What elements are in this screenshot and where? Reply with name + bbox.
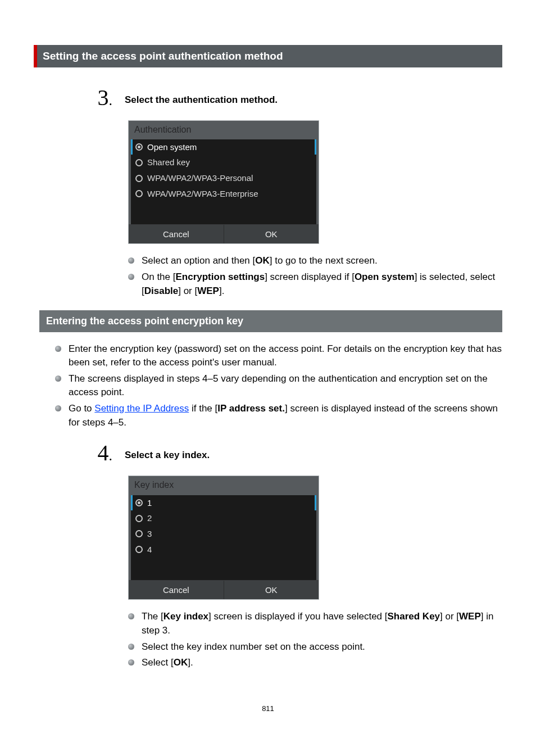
step-4: 4. Select a key index. <box>96 445 502 468</box>
authentication-screenshot: Authentication Open system Shared key WP… <box>128 120 319 245</box>
list-item: On the [Encryption settings] screen disp… <box>128 270 502 298</box>
ok-button[interactable]: OK <box>224 225 319 244</box>
step-3: 3. Select the authentication method. <box>96 90 502 112</box>
link-setting-ip-address[interactable]: Setting the IP Address <box>94 403 189 414</box>
radio-icon <box>135 530 143 537</box>
auth-option-personal[interactable]: WPA/WPA2/WPA3-Personal <box>131 170 316 186</box>
auth-option-shared[interactable]: Shared key <box>131 155 316 170</box>
list-item: Select an option and then [OK] to go to … <box>128 254 502 268</box>
option-label: Open system <box>147 141 197 153</box>
list-item: Select the key index number set on the a… <box>128 640 502 654</box>
option-label: 1 <box>147 497 152 509</box>
option-label: 3 <box>147 528 152 540</box>
step-title: Select the authentication method. <box>125 90 278 107</box>
section-heading-auth: Setting the access point authentication … <box>34 45 502 67</box>
key-index-option-3[interactable]: 3 <box>131 526 316 542</box>
radio-icon <box>135 159 143 166</box>
key-index-option-4[interactable]: 4 <box>131 542 316 558</box>
auth-option-open[interactable]: Open system <box>131 139 316 155</box>
radio-icon <box>135 546 143 553</box>
option-label: 4 <box>147 544 152 556</box>
list-item: Go to Setting the IP Address if the [IP … <box>55 402 502 429</box>
list-item: Select [OK]. <box>128 656 502 670</box>
step3-bullets: Select an option and then [OK] to go to … <box>128 254 502 298</box>
screenshot-title: Key index <box>129 476 319 495</box>
radio-icon <box>135 190 143 197</box>
ok-button[interactable]: OK <box>224 581 319 600</box>
step-number: 3. <box>96 87 112 109</box>
option-label: Shared key <box>147 156 190 169</box>
page-number: 811 <box>34 704 502 714</box>
sub-heading-encryption-key: Entering the access point encryption key <box>39 310 502 332</box>
auth-option-enterprise[interactable]: WPA/WPA2/WPA3-Enterprise <box>131 186 316 202</box>
step-number: 4. <box>96 442 112 464</box>
key-index-option-1[interactable]: 1 <box>131 495 316 511</box>
cancel-button[interactable]: Cancel <box>129 581 224 600</box>
list-item: The screens displayed in steps 4–5 vary … <box>55 372 502 400</box>
step4-bullets: The [Key index] screen is displayed if y… <box>128 610 502 670</box>
key-index-option-2[interactable]: 2 <box>131 510 316 526</box>
key-index-screenshot: Key index 1 2 3 4 <box>128 476 319 600</box>
radio-icon <box>135 175 143 182</box>
radio-icon <box>135 143 143 151</box>
cancel-button[interactable]: Cancel <box>129 225 224 244</box>
option-label: 2 <box>147 512 152 524</box>
list-item: Enter the encryption key (password) set … <box>55 342 502 370</box>
step-title: Select a key index. <box>125 445 210 463</box>
option-label: WPA/WPA2/WPA3-Personal <box>147 172 253 184</box>
radio-icon <box>135 515 143 522</box>
option-label: WPA/WPA2/WPA3-Enterprise <box>147 188 258 200</box>
radio-icon <box>135 499 143 506</box>
screenshot-title: Authentication <box>129 121 319 139</box>
list-item: The [Key index] screen is displayed if y… <box>128 610 502 637</box>
intro-bullets: Enter the encryption key (password) set … <box>55 342 502 430</box>
